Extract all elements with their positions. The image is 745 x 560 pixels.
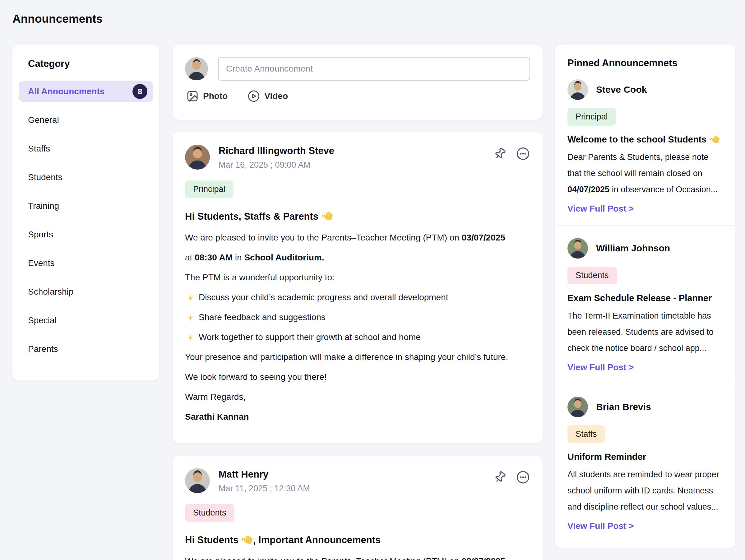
- pinned-post: William Johnson Students Exam Schedule R…: [568, 238, 723, 372]
- pinned-post-heading: Uniform Reminder: [568, 452, 723, 462]
- post-date: Mar 16, 2025 ; 09:00 AM: [219, 160, 334, 170]
- sidebar-item-scholarship[interactable]: Scholarship: [19, 282, 153, 302]
- sidebar-item-students[interactable]: Students: [19, 167, 153, 188]
- body-line: Discuss your child’s academic progress a…: [185, 287, 530, 307]
- video-button-label: Video: [264, 91, 288, 101]
- body-line: All students are reminded to wear proper: [568, 466, 723, 483]
- page-title: Announcements: [12, 12, 103, 26]
- view-full-post-link[interactable]: View Full Post >: [568, 363, 634, 372]
- photo-button[interactable]: Photo: [186, 90, 228, 102]
- author-name: Brian Brevis: [596, 402, 651, 412]
- more-options-icon: [516, 470, 530, 484]
- body-line: Dear Parents & Students, please note: [568, 149, 723, 165]
- sidebar-item-special[interactable]: Special: [19, 310, 153, 331]
- sidebar-item-events[interactable]: Events: [19, 253, 153, 274]
- pin-button[interactable]: [493, 147, 507, 161]
- pinned-post: Steve Cook Principal Welcome to the scho…: [568, 79, 723, 214]
- category-panel: Category All Announcments 8 General Staf…: [12, 44, 159, 380]
- author-avatar: [185, 145, 210, 169]
- category-heading: Category: [28, 58, 153, 69]
- pinned-post-heading: Exam Schedule Release - Planner: [568, 293, 723, 303]
- body-line: We look forward to seeing you there!: [185, 367, 530, 387]
- body-line: school uniform with ID cards. Neatness: [568, 483, 723, 499]
- body-line: that the school will remain closed on: [568, 165, 723, 181]
- divider: [555, 383, 735, 384]
- sidebar-item-label: Special: [28, 315, 57, 325]
- post-heading: Hi Students, Staffs & Parents: [185, 211, 530, 222]
- sidebar-item-label: Parents: [28, 344, 58, 354]
- more-options-button[interactable]: [516, 147, 530, 161]
- body-line: 04/07/2025 in observance of Occasion...: [568, 181, 723, 197]
- post-heading: Hi Students , Important Announcements: [185, 534, 530, 546]
- current-user-avatar: [185, 57, 208, 80]
- pinned-post-body: All students are reminded to wear proper…: [568, 466, 723, 515]
- sparkles-emoji: [187, 314, 194, 321]
- sparkles-emoji: [187, 294, 194, 302]
- body-line: check the notice board / school app...: [568, 340, 723, 356]
- photo-icon: [186, 90, 199, 102]
- video-button[interactable]: Video: [248, 90, 288, 102]
- category-badge: Principal: [185, 181, 233, 198]
- more-options-icon: [516, 147, 530, 160]
- sidebar-item-label: Scholarship: [28, 287, 73, 297]
- sidebar-item-label: Staffs: [28, 144, 50, 154]
- pinned-title: Pinned Announcemnets: [568, 58, 723, 69]
- author-avatar: [568, 397, 588, 417]
- wave-emoji: [241, 534, 253, 545]
- sidebar-item-label: Training: [28, 201, 59, 211]
- post-body: We are pleased to invite you to the Pare…: [185, 551, 530, 560]
- category-badge: Students: [568, 267, 617, 284]
- pin-button[interactable]: [493, 470, 507, 485]
- sidebar-item-label: Students: [28, 173, 63, 182]
- body-line: We are pleased to invite you to the Pare…: [185, 228, 530, 248]
- view-full-post-link[interactable]: View Full Post >: [568, 204, 634, 214]
- sidebar-item-label: All Announcments: [28, 87, 104, 96]
- more-options-button[interactable]: [516, 470, 530, 485]
- category-list: All Announcments 8 General Staffs Studen…: [19, 81, 153, 359]
- announcements-page: Announcements Category All Announcments …: [0, 0, 745, 560]
- pin-icon: [493, 147, 507, 160]
- author-name: Steve Cook: [596, 84, 647, 95]
- count-badge: 8: [132, 84, 148, 99]
- sidebar-item-label: Sports: [28, 229, 53, 240]
- category-badge: Principal: [568, 108, 616, 126]
- author-name: Matt Henry: [219, 469, 310, 480]
- sparkles-emoji: [187, 335, 194, 341]
- announcement-post: Richard Illingworth Steve Mar 16, 2025 ;…: [172, 132, 543, 443]
- pinned-post-body: The Term-II Examination timetable has be…: [568, 308, 723, 356]
- view-full-post-link[interactable]: View Full Post >: [568, 521, 634, 531]
- author-name: William Johnson: [596, 243, 670, 254]
- sidebar-item-label: General: [28, 115, 59, 125]
- announcement-post: Matt Henry Mar 11, 2025 ; 12:30 AM Stude…: [172, 456, 543, 560]
- sidebar-item-parents[interactable]: Parents: [19, 339, 153, 359]
- category-badge: Students: [185, 504, 234, 522]
- sidebar-item-staffs[interactable]: Staffs: [19, 138, 153, 159]
- sidebar-item-general[interactable]: General: [19, 110, 153, 130]
- body-line: at 08:30 AM in School Auditorium.: [185, 248, 530, 268]
- post-body: We are pleased to invite you to the Pare…: [185, 228, 530, 427]
- create-announcement-input[interactable]: [218, 57, 530, 81]
- body-line: The PTM is a wonderful opportunity to:: [185, 268, 530, 287]
- body-line: The Term-II Examination timetable has: [568, 308, 723, 324]
- video-icon: [248, 90, 260, 102]
- sidebar-item-sports[interactable]: Sports: [19, 224, 153, 245]
- body-line: Warm Regards,: [185, 387, 530, 407]
- pinned-post-body: Dear Parents & Students, please note tha…: [568, 149, 723, 197]
- author-avatar: [568, 238, 588, 258]
- create-announcement-card: Photo Video: [172, 44, 543, 120]
- author-name: Richard Illingworth Steve: [219, 145, 334, 156]
- body-line: Sarathi Kannan: [185, 407, 530, 427]
- photo-button-label: Photo: [203, 91, 228, 101]
- author-avatar: [568, 79, 588, 100]
- divider: [555, 225, 735, 225]
- body-line: We are pleased to invite you to the Pare…: [185, 551, 530, 560]
- category-badge: Staffs: [568, 425, 605, 443]
- wave-emoji: [710, 135, 720, 144]
- body-line: Your presence and participation will mak…: [185, 347, 530, 367]
- pin-icon: [493, 470, 507, 484]
- sidebar-item-training[interactable]: Training: [19, 196, 153, 216]
- body-line: Work together to support their growth at…: [185, 327, 530, 347]
- sidebar-item-all-announcements[interactable]: All Announcments 8: [19, 81, 153, 102]
- pinned-announcements-panel: Pinned Announcemnets Steve Cook Principa…: [555, 44, 735, 549]
- body-line: and discipline reflect our school values…: [568, 499, 723, 515]
